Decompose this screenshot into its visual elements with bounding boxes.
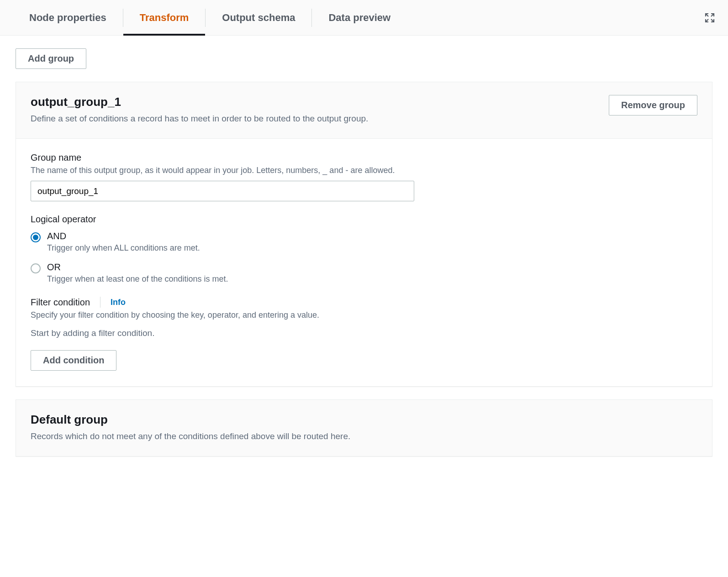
remove-group-button[interactable]: Remove group bbox=[609, 95, 697, 115]
group-subtitle: Define a set of conditions a record has … bbox=[31, 114, 368, 124]
tab-transform[interactable]: Transform bbox=[123, 0, 206, 36]
radio-option-and[interactable]: AND Trigger only when ALL conditions are… bbox=[31, 231, 697, 253]
filter-condition-label: Filter condition bbox=[31, 297, 90, 308]
radio-or-help: Trigger when at least one of the conditi… bbox=[47, 274, 228, 284]
tab-node-properties[interactable]: Node properties bbox=[13, 0, 123, 36]
radio-and-help: Trigger only when ALL conditions are met… bbox=[47, 243, 200, 253]
tab-data-preview[interactable]: Data preview bbox=[312, 0, 407, 36]
radio-or-label: OR bbox=[47, 262, 228, 273]
group-name-help: The name of this output group, as it wou… bbox=[31, 166, 697, 175]
radio-and-label: AND bbox=[47, 231, 200, 241]
default-group-card: Default group Records which do not meet … bbox=[16, 399, 712, 456]
filter-condition-help: Specify your filter condition by choosin… bbox=[31, 310, 697, 320]
info-link[interactable]: Info bbox=[111, 298, 126, 307]
default-group-subtitle: Records which do not meet any of the con… bbox=[31, 431, 350, 441]
tab-bar: Node properties Transform Output schema … bbox=[0, 0, 728, 36]
group-name-input[interactable] bbox=[31, 181, 414, 201]
radio-or[interactable] bbox=[31, 263, 41, 273]
group-name-label: Group name bbox=[31, 152, 697, 163]
group-title: output_group_1 bbox=[31, 95, 368, 109]
add-group-button[interactable]: Add group bbox=[16, 48, 86, 69]
label-divider bbox=[100, 297, 100, 308]
tab-output-schema[interactable]: Output schema bbox=[206, 0, 311, 36]
radio-option-or[interactable]: OR Trigger when at least one of the cond… bbox=[31, 262, 697, 284]
radio-and[interactable] bbox=[31, 232, 41, 242]
add-condition-button[interactable]: Add condition bbox=[31, 350, 116, 371]
default-group-title: Default group bbox=[31, 413, 350, 427]
logical-operator-label: Logical operator bbox=[31, 214, 697, 225]
filter-empty-hint: Start by adding a filter condition. bbox=[31, 328, 697, 338]
output-group-card: output_group_1 Define a set of condition… bbox=[16, 82, 712, 387]
expand-icon[interactable] bbox=[704, 12, 715, 23]
